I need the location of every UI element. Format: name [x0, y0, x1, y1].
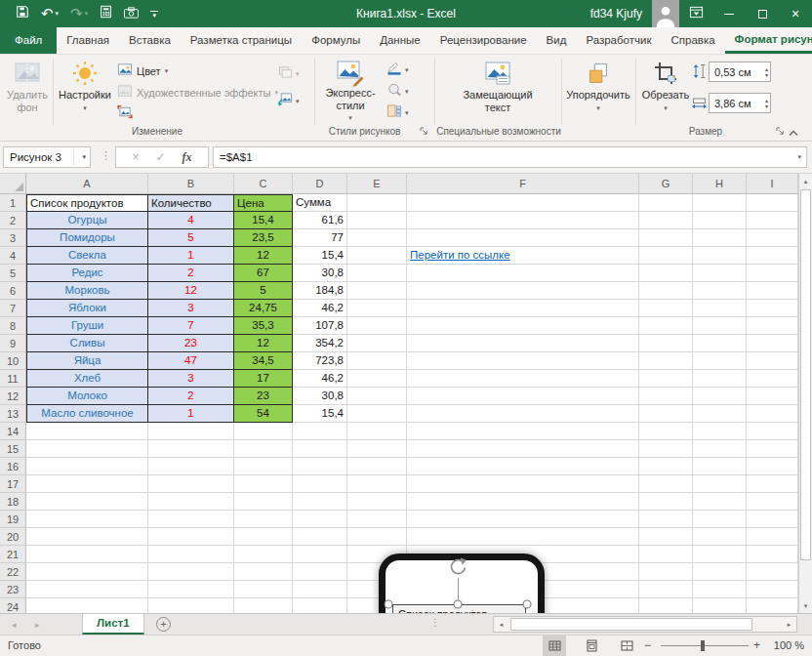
view-normal-button[interactable]	[543, 636, 566, 656]
maximize-button[interactable]	[746, 0, 779, 27]
row-header-14[interactable]: 14	[0, 423, 26, 440]
alt-text-button[interactable]: Замещающий текст	[459, 58, 537, 124]
compress-pictures-button[interactable]: ▾	[277, 64, 300, 83]
cell-F7[interactable]	[407, 300, 639, 317]
previous-sheet-icon[interactable]: ◂	[12, 614, 17, 635]
vertical-scrollbar-thumb[interactable]	[800, 189, 811, 560]
cell-H11[interactable]	[693, 370, 747, 388]
cell-G17[interactable]	[639, 475, 693, 493]
cell-E8[interactable]	[347, 317, 407, 335]
cell-I16[interactable]	[747, 458, 798, 475]
cell-F17[interactable]	[407, 475, 639, 493]
cell-A21[interactable]	[26, 546, 148, 563]
cell-E19[interactable]	[347, 511, 407, 528]
cell-C24[interactable]	[234, 598, 293, 613]
tab-Вставка[interactable]: Вставка	[119, 27, 181, 54]
cell-D18[interactable]	[293, 493, 347, 511]
cell-G19[interactable]	[639, 511, 693, 528]
cell-F10[interactable]	[407, 352, 639, 370]
close-button[interactable]: ×	[779, 0, 812, 27]
cell-H17[interactable]	[693, 475, 747, 493]
column-header-A[interactable]: A	[26, 174, 148, 194]
row-header-15[interactable]: 15	[0, 440, 26, 458]
cell-H21[interactable]	[693, 546, 747, 563]
cell-I10[interactable]	[747, 352, 798, 370]
cell-I18[interactable]	[747, 493, 798, 511]
cell-G10[interactable]	[639, 352, 693, 370]
zoom-level[interactable]: 100 %	[760, 639, 804, 651]
cell-B17[interactable]	[148, 475, 234, 493]
cell-B22[interactable]	[148, 563, 234, 581]
formula-bar-expand-icon[interactable]: ▾	[797, 153, 801, 161]
cell-H2[interactable]	[693, 212, 747, 229]
cell-G12[interactable]	[639, 388, 693, 405]
cell-A20[interactable]	[26, 528, 148, 546]
cell-B11[interactable]: 3	[148, 370, 234, 388]
change-picture-button[interactable]: ▾	[277, 92, 300, 110]
cell-H7[interactable]	[693, 300, 747, 317]
resize-handle-top-center[interactable]	[454, 600, 463, 609]
cell-D10[interactable]: 723,8	[293, 352, 347, 370]
cell-G14[interactable]	[639, 423, 693, 440]
cell-G8[interactable]	[639, 317, 693, 335]
cell-I4[interactable]	[747, 247, 798, 265]
column-header-D[interactable]: D	[293, 174, 347, 194]
picture-layout-button[interactable]: ▾	[386, 103, 409, 122]
cell-A19[interactable]	[26, 511, 148, 528]
cell-G9[interactable]	[639, 335, 693, 352]
cell-F13[interactable]	[407, 405, 639, 423]
cell-D19[interactable]	[293, 511, 347, 528]
cell-E10[interactable]	[347, 352, 407, 370]
camera-button[interactable]	[118, 0, 144, 27]
cell-G20[interactable]	[639, 528, 693, 546]
cell-D13[interactable]: 15,4	[293, 405, 347, 423]
formula-input[interactable]: =$A$1 ▾	[213, 146, 807, 168]
cell-I6[interactable]	[747, 282, 798, 300]
cell-F2[interactable]	[407, 212, 639, 229]
cell-G15[interactable]	[639, 440, 693, 458]
collapse-ribbon-button[interactable]	[789, 123, 806, 138]
row-header-13[interactable]: 13	[0, 405, 26, 423]
cell-C6[interactable]: 5	[234, 282, 293, 300]
cell-B19[interactable]	[148, 511, 234, 528]
cell-F4[interactable]: Перейти по ссылке	[407, 247, 639, 265]
tab-Разметка страницы[interactable]: Разметка страницы	[181, 27, 302, 54]
cell-G4[interactable]	[639, 247, 693, 265]
resize-handle-top-left[interactable]	[385, 600, 393, 609]
tab-Рецензирование[interactable]: Рецензирование	[430, 27, 537, 54]
cell-D17[interactable]	[293, 475, 347, 493]
cell-G13[interactable]	[639, 405, 693, 423]
cell-F20[interactable]	[407, 528, 639, 546]
cell-A3[interactable]: Помидоры	[26, 229, 148, 247]
cell-B23[interactable]	[148, 581, 234, 598]
row-header-1[interactable]: 1	[0, 194, 26, 212]
cell-D15[interactable]	[293, 440, 347, 458]
cell-A10[interactable]: Яйца	[26, 352, 148, 370]
cell-D21[interactable]	[293, 546, 347, 563]
cell-D7[interactable]: 46,2	[293, 300, 347, 317]
cell-A8[interactable]: Груши	[26, 317, 148, 335]
cell-H14[interactable]	[693, 423, 747, 440]
cell-D23[interactable]	[293, 581, 347, 598]
cell-H5[interactable]	[693, 265, 747, 282]
cell-A17[interactable]	[26, 475, 148, 493]
cell-A12[interactable]: Молоко	[26, 388, 148, 405]
row-header-4[interactable]: 4	[0, 247, 26, 265]
zoom-slider-thumb[interactable]	[701, 640, 705, 651]
cell-C23[interactable]	[234, 581, 293, 598]
row-header-12[interactable]: 12	[0, 388, 26, 405]
picture-styles-dialog-launcher[interactable]	[418, 125, 430, 138]
name-box[interactable]: Рисунок 3 ▾	[3, 146, 91, 168]
cell-B16[interactable]	[148, 458, 234, 475]
color-button[interactable]: Цвет ▾	[117, 62, 168, 79]
tab-Вид[interactable]: Вид	[537, 27, 577, 54]
column-header-B[interactable]: B	[148, 174, 234, 194]
cell-C10[interactable]: 34,5	[234, 352, 293, 370]
cell-D14[interactable]	[293, 423, 347, 440]
cancel-icon[interactable]: ×	[132, 150, 139, 164]
cell-I15[interactable]	[747, 440, 798, 458]
cell-I12[interactable]	[747, 388, 798, 405]
cell-A1[interactable]: Список продуктов	[26, 194, 148, 212]
cell-E14[interactable]	[347, 423, 407, 440]
cell-A13[interactable]: Масло сливочное	[26, 405, 148, 423]
